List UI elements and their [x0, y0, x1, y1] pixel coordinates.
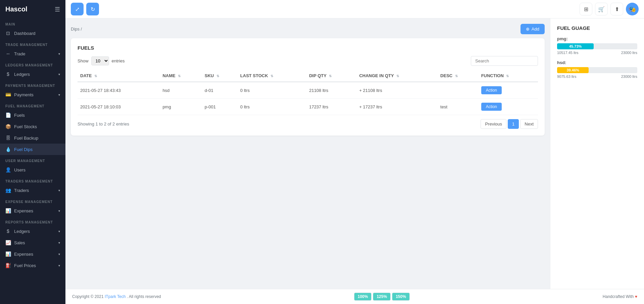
sidebar-item-fuel-prices[interactable]: ⛽Fuel Prices▾	[0, 260, 65, 271]
cell-6: test	[438, 99, 479, 115]
sidebar-item-fuels[interactable]: 📄Fuels	[0, 109, 65, 121]
col-change-in-qty[interactable]: CHANGE IN QTY ⇅	[356, 70, 438, 82]
sidebar-item-traders[interactable]: 👥Traders▾	[0, 185, 65, 196]
chevron-down-icon: ▾	[58, 52, 60, 56]
sort-icon: ⇅	[506, 74, 509, 78]
gauge-values-1: 9075.63 ltrs23000 ltrs	[557, 74, 637, 79]
sidebar-item-users[interactable]: 👤Users	[0, 164, 65, 175]
action-button-1[interactable]: Action	[481, 103, 502, 111]
fuel-prices-icon: ⛽	[5, 263, 11, 268]
sort-icon: ⇅	[94, 74, 97, 78]
cell-3: 0 ltrs	[238, 99, 306, 115]
add-button-label: Add	[532, 27, 539, 32]
gauge-current: 9075.63 ltrs	[557, 74, 576, 79]
next-button[interactable]: Next	[520, 119, 538, 129]
sidebar-item-fuel-backup[interactable]: 🗄Fuel Backup	[0, 132, 65, 144]
showing-text: Showing 1 to 2 of 2 entries	[78, 121, 129, 126]
trade-icon: ↔	[5, 51, 11, 56]
gauge-title: FUEL GUAGE	[557, 25, 637, 31]
sidebar-item-label: Ledgers	[14, 229, 30, 234]
expand-button[interactable]: ⤢	[71, 3, 84, 15]
pagination: Previous 1 Next	[481, 119, 538, 129]
entries-label: entries	[112, 58, 125, 63]
gauge-max: 23000 ltrs	[621, 51, 637, 55]
sidebar-item-expenses[interactable]: 📊Expenses▾	[0, 205, 65, 216]
avatar-button[interactable]: 🎭	[626, 3, 639, 15]
cell-0: 2021-05-27 18:43:43	[78, 82, 160, 99]
sidebar-item-dashboard[interactable]: ⊡Dashboard	[0, 28, 65, 39]
cell-1: pmg	[160, 99, 202, 115]
show-label: Show	[78, 58, 89, 63]
col-name[interactable]: NAME ⇅	[160, 70, 202, 82]
upload-icon-button[interactable]: ⬆	[610, 3, 623, 15]
topbar-right: ⊞ 🛒 ⬆ 🎭	[580, 3, 639, 15]
reports-expenses-icon: 📊	[5, 251, 11, 257]
show-entries: Show 10 25 50 entries	[78, 56, 125, 65]
cell-0: 2021-05-27 18:10:03	[78, 99, 160, 115]
col-last-stock[interactable]: LAST STOCK ⇅	[238, 70, 306, 82]
chevron-down-icon: ▾	[58, 72, 60, 76]
action-button-0[interactable]: Action	[481, 86, 502, 94]
previous-button[interactable]: Previous	[481, 119, 506, 129]
sidebar-item-payments[interactable]: 💳Payments▾	[0, 89, 65, 100]
sidebar-section-label: MAIN	[0, 18, 65, 28]
progress-bar-wrap-1: 39.46%	[557, 67, 637, 73]
sidebar-item-label: Fuels	[14, 113, 25, 118]
cell-6	[438, 82, 479, 99]
fuel-stocks-icon: 📦	[5, 124, 11, 129]
search-input[interactable]	[471, 56, 538, 66]
zoom-btn-150%[interactable]: 150%	[392, 293, 410, 301]
col-function[interactable]: FUNCTION ⇅	[479, 70, 538, 82]
cell-5: + 21108 ltrs	[356, 82, 438, 99]
progress-bar-wrap-0: 45.73%	[557, 43, 637, 49]
payments-icon: 💳	[5, 92, 11, 97]
footer-link[interactable]: ITpark Tech	[105, 294, 126, 299]
sidebar-item-label: Payments	[14, 92, 34, 97]
chevron-down-icon: ▾	[58, 252, 60, 256]
sidebar-item-trade[interactable]: ↔Trade▾	[0, 48, 65, 59]
refresh-button[interactable]: ↻	[86, 3, 99, 15]
zoom-btn-100%[interactable]: 100%	[354, 293, 372, 301]
chevron-down-icon: ▾	[58, 209, 60, 213]
page-1-button[interactable]: 1	[508, 119, 519, 129]
gauge-item-0: pmg:45.73%10517.45 ltrs23000 ltrs	[557, 36, 637, 55]
progress-bar-fill-0: 45.73%	[557, 43, 594, 49]
sidebar-item-ledgers[interactable]: $Ledgers▾	[0, 68, 65, 80]
col-dip-qty[interactable]: DIP QTY ⇅	[306, 70, 356, 82]
logo: Hascol	[5, 5, 28, 13]
col-date[interactable]: DATE ⇅	[78, 70, 160, 82]
sidebar-item-fuel-dips[interactable]: 💧Fuel Dips	[0, 144, 65, 155]
sidebar-section-label: REPORTS MANAGEMENT	[0, 216, 65, 225]
col-sku[interactable]: SKU ⇅	[202, 70, 238, 82]
sidebar-section-label: EXPENSE MANAGEMENT	[0, 196, 65, 205]
entries-select[interactable]: 10 25 50	[91, 56, 109, 65]
add-button[interactable]: ⊕ Add	[521, 24, 545, 34]
zoom-controls: 100%125%150%	[354, 293, 410, 301]
fuels-icon: 📄	[5, 112, 11, 118]
chevron-down-icon: ▾	[58, 93, 60, 97]
cart-icon-button[interactable]: 🛒	[595, 3, 608, 15]
hamburger-icon[interactable]: ☰	[55, 6, 60, 13]
zoom-btn-125%[interactable]: 125%	[373, 293, 391, 301]
fuels-table: DATE ⇅NAME ⇅SKU ⇅LAST STOCK ⇅DIP QTY ⇅CH…	[78, 70, 538, 115]
cell-2: d-01	[202, 82, 238, 99]
cell-5: + 17237 ltrs	[356, 99, 438, 115]
right-panel: FUEL GUAGE pmg:45.73%10517.45 ltrs23000 …	[550, 18, 644, 289]
copyright-text: Copyright © 2021	[72, 294, 104, 299]
sidebar-header: Hascol ☰	[0, 0, 65, 18]
users-icon: 👤	[5, 167, 11, 172]
sidebar-item-fuel-stocks[interactable]: 📦Fuel Stocks	[0, 121, 65, 132]
col-desc[interactable]: DESC ⇅	[438, 70, 479, 82]
table-row: 2021-05-27 18:43:43hsdd-010 ltrs21108 lt…	[78, 82, 538, 99]
sidebar-item-reports-expenses[interactable]: 📊Expenses▾	[0, 248, 65, 260]
reports-sales-icon: 📈	[5, 240, 11, 245]
table-controls: Show 10 25 50 entries	[78, 56, 538, 66]
cell-1: hsd	[160, 82, 202, 99]
breadcrumb-dips: Dips /	[71, 27, 82, 32]
sidebar-section-label: FUEL MANAGEMENT	[0, 100, 65, 109]
sidebar-item-label: Sales	[14, 240, 25, 245]
sidebar-item-reports-sales[interactable]: 📈Sales▾	[0, 237, 65, 248]
sidebar-section-label: PAYMENTS MANAGEMENT	[0, 80, 65, 89]
sidebar-item-reports-ledgers[interactable]: $Ledgers▾	[0, 225, 65, 237]
grid-icon-button[interactable]: ⊞	[580, 3, 592, 15]
